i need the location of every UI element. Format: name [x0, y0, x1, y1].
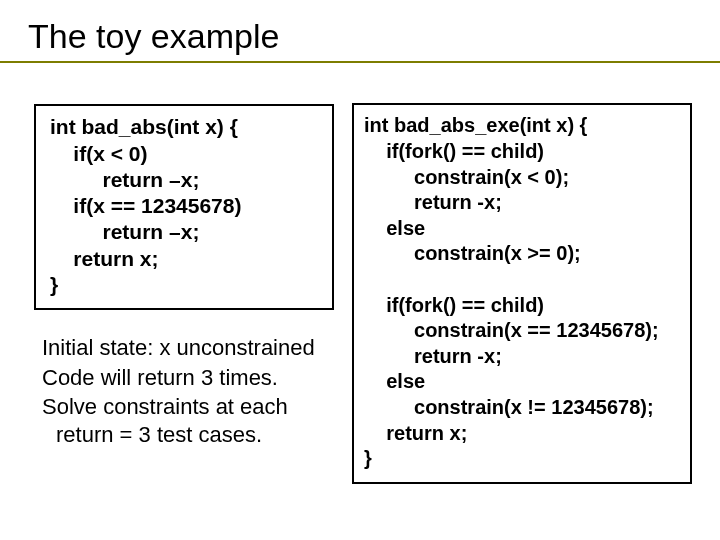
caption-block: Initial state: x unconstrained Code will… [28, 334, 338, 448]
slide-title: The toy example [28, 18, 692, 55]
caption-line: Code will return 3 times. [42, 364, 338, 392]
slide: The toy example int bad_abs(int x) { if(… [0, 0, 720, 540]
caption-line: Initial state: x unconstrained [42, 334, 338, 362]
right-column: int bad_abs_exe(int x) { if(fork() == ch… [352, 83, 682, 503]
right-code-box: int bad_abs_exe(int x) { if(fork() == ch… [352, 103, 692, 483]
title-underline [0, 61, 720, 63]
caption-line: Solve constraints at each return = 3 tes… [42, 393, 338, 448]
left-column: int bad_abs(int x) { if(x < 0) return –x… [28, 83, 338, 450]
left-code-box: int bad_abs(int x) { if(x < 0) return –x… [34, 104, 334, 310]
columns: int bad_abs(int x) { if(x < 0) return –x… [28, 83, 692, 503]
